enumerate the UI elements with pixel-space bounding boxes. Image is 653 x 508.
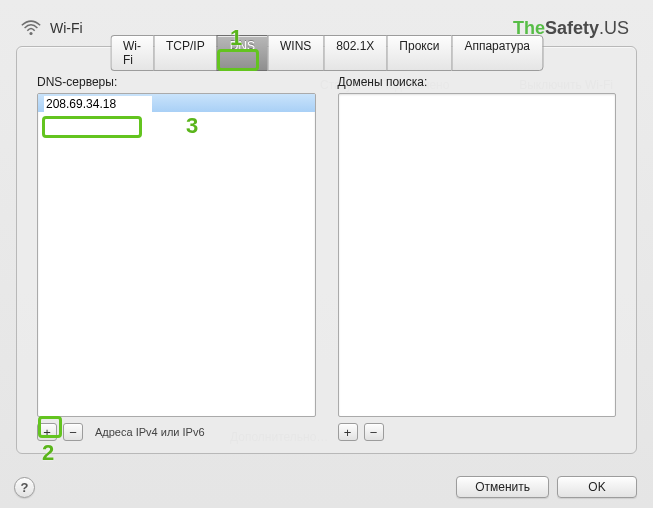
network-advanced-window: Статус: Подключено Выключить Wi-Fi Допол… (0, 0, 653, 508)
footer: ? Отменить OK (14, 476, 637, 498)
tab-hardware[interactable]: Аппаратура (451, 35, 543, 71)
dns-format-hint: Адреса IPv4 или IPv6 (95, 426, 205, 438)
tab-bar: Wi-Fi TCP/IP DNS WINS 802.1X Прокси Аппа… (110, 35, 543, 71)
svg-point-0 (29, 32, 32, 35)
domain-add-button[interactable]: + (338, 423, 358, 441)
tab-proxy[interactable]: Прокси (386, 35, 451, 71)
search-domains-column: Домены поиска: + − (338, 75, 617, 441)
tab-8021x[interactable]: 802.1X (323, 35, 386, 71)
tab-wins[interactable]: WINS (267, 35, 323, 71)
dns-add-button[interactable]: + (37, 423, 57, 441)
dns-servers-column: DNS-серверы: + − Адреса IPv4 или IPv6 (37, 75, 316, 441)
dns-servers-label: DNS-серверы: (37, 75, 316, 89)
cancel-button[interactable]: Отменить (456, 476, 549, 498)
search-domains-label: Домены поиска: (338, 75, 617, 89)
help-button[interactable]: ? (14, 477, 35, 498)
dns-servers-list[interactable] (37, 93, 316, 417)
tab-wifi[interactable]: Wi-Fi (110, 35, 153, 71)
domain-remove-button[interactable]: − (364, 423, 384, 441)
ok-button[interactable]: OK (557, 476, 637, 498)
dns-remove-button[interactable]: − (63, 423, 83, 441)
search-domains-list[interactable] (338, 93, 617, 417)
wifi-icon (20, 19, 42, 37)
settings-sheet: Wi-Fi TCP/IP DNS WINS 802.1X Прокси Аппа… (16, 46, 637, 454)
tab-tcpip[interactable]: TCP/IP (153, 35, 217, 71)
dns-server-row[interactable] (38, 94, 315, 112)
dns-server-input[interactable] (44, 96, 152, 112)
tab-dns[interactable]: DNS (217, 35, 267, 71)
header-title: Wi-Fi (50, 20, 83, 36)
